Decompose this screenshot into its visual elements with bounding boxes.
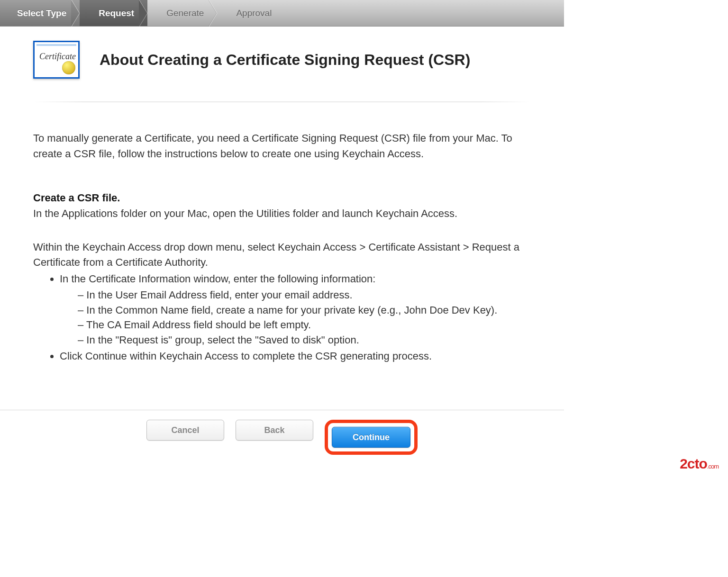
seal-icon (62, 61, 75, 74)
wizard-step-request[interactable]: Request (80, 0, 147, 26)
watermark: 2cto.com (680, 456, 719, 472)
section-heading: Create a CSR file. (33, 192, 531, 204)
button-label: Continue (353, 433, 390, 442)
button-row: Cancel Back Continue (0, 410, 564, 455)
certificate-icon: Certificate (33, 41, 80, 79)
menu-path-text: Within the Keychain Access drop down men… (33, 240, 531, 270)
list-item: Click Continue within Keychain Access to… (60, 349, 531, 364)
wizard-step-generate: Generate (147, 0, 217, 26)
continue-button[interactable]: Continue (332, 427, 410, 448)
page-title: About Creating a Certificate Signing Req… (100, 51, 470, 69)
instructions: Within the Keychain Access drop down men… (33, 240, 531, 364)
wizard-step-select-type[interactable]: Select Type (0, 0, 80, 26)
list-item: In the Certificate Information window, e… (60, 271, 531, 348)
wizard-step-label: Request (99, 8, 134, 18)
highlight-annotation: Continue (325, 420, 418, 455)
svg-marker-1 (139, 0, 147, 27)
svg-marker-0 (71, 0, 79, 27)
dash-item: In the "Request is" group, select the "S… (78, 333, 531, 348)
watermark-main: 2cto (680, 456, 707, 471)
wizard-step-label: Approval (236, 8, 272, 18)
bullet-text: In the Certificate Information window, e… (60, 273, 375, 285)
certificate-icon-label: Certificate (39, 52, 76, 62)
back-button[interactable]: Back (236, 420, 313, 441)
button-label: Back (264, 425, 284, 435)
main-content: Certificate About Creating a Certificate… (0, 27, 564, 364)
section-sub-text: In the Applications folder on your Mac, … (33, 206, 531, 222)
watermark-suffix: .com (707, 463, 719, 470)
wizard-step-label: Select Type (17, 8, 66, 18)
wizard-steps-bar: Select Type Request Generate Approval (0, 0, 564, 27)
dash-item: In the Common Name field, create a name … (78, 303, 531, 318)
wizard-step-label: Generate (166, 8, 204, 18)
intro-text: To manually generate a Certificate, you … (33, 131, 531, 162)
dash-item: The CA Email Address field should be lef… (78, 317, 531, 333)
cancel-button[interactable]: Cancel (146, 420, 224, 441)
divider (33, 101, 531, 102)
button-label: Cancel (171, 425, 199, 435)
bullet-text: Click Continue within Keychain Access to… (60, 350, 432, 362)
wizard-step-approval: Approval (217, 0, 285, 26)
dash-item: In the User Email Address field, enter y… (78, 288, 531, 303)
